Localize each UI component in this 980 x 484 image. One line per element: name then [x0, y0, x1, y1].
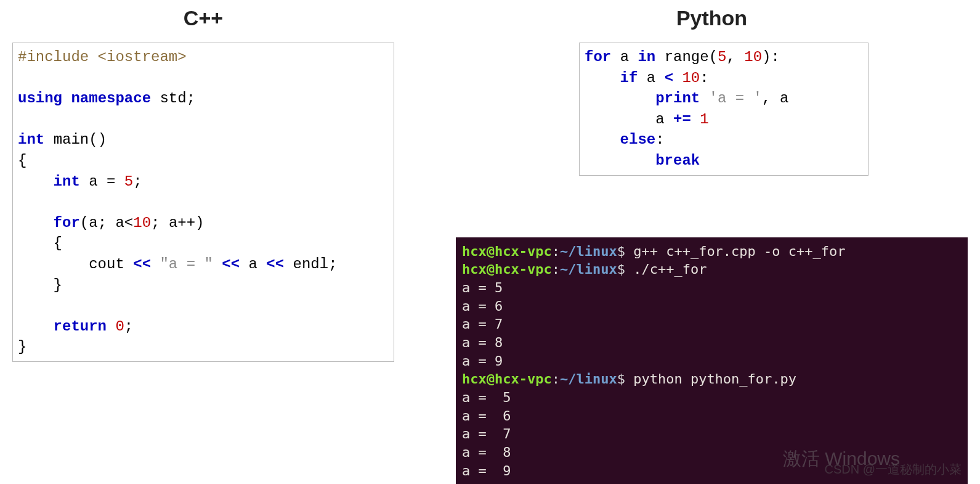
cpp-using: using: [18, 90, 62, 107]
cpp-int: int: [18, 131, 44, 148]
cpp-main: main: [54, 131, 89, 148]
cpp-std: std: [160, 90, 186, 107]
watermark-csdn: CSDN @一道秘制的小菜: [824, 461, 962, 478]
python-title: Python: [456, 6, 968, 30]
python-code-block: for a in range(5, 10): if a < 10: print …: [579, 43, 869, 176]
cpp-code-block: #include <iostream> using namespace std;…: [12, 43, 394, 362]
cpp-namespace: namespace: [71, 90, 151, 107]
cpp-include: #include <iostream>: [18, 49, 187, 65]
cpp-title: C++: [12, 6, 394, 30]
